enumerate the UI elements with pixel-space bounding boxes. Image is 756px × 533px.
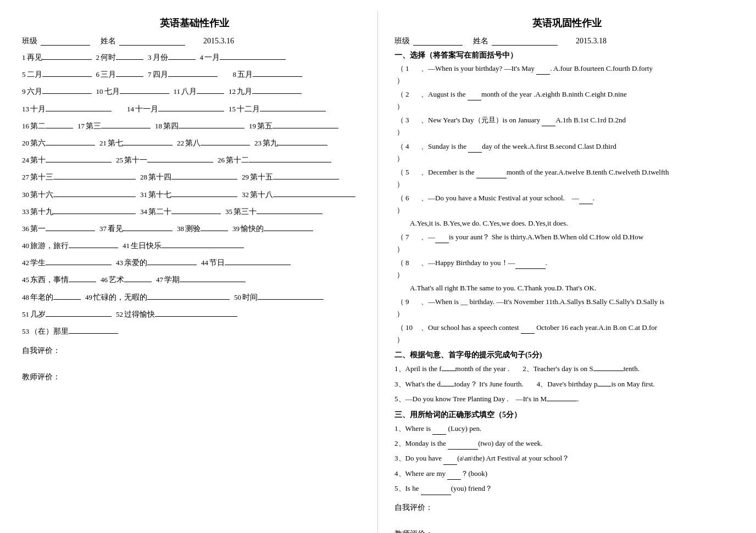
question-4: （ ） 4 、Sunday is the day of the week.A.f…: [394, 141, 740, 165]
vocab-row-3: 9 六月 10 七月 11 八月 12 九月: [22, 85, 366, 98]
fill-row-3: 5、—Do you know Tree Planting Day . —It's…: [394, 392, 740, 405]
right-class-label: 班级: [394, 36, 410, 46]
vocab-item: 39 愉快的: [232, 222, 313, 235]
vocab-row-13: 42 学生 43 亲爱的 44 节日: [22, 256, 366, 270]
vocab-item: 2 何时: [96, 51, 144, 64]
vocab-item: 6 三月: [96, 68, 144, 81]
vocab-item: 19 第五: [249, 119, 338, 133]
grammar-section: 1、Where is (Lucy) pen. 2、Monday is the (…: [394, 422, 740, 495]
vocab-item: 18 第四: [155, 119, 244, 133]
vocab-item: 30 第十六: [22, 188, 136, 201]
vocab-row-14: 45 东西，事情 46 艺术 47 学期: [22, 273, 366, 287]
vocab-row-6: 20 第六 21 第七 22 第八 23 第九: [22, 136, 366, 150]
vocab-item: 25 第十一: [116, 153, 213, 167]
vocab-item: 1 再见: [22, 51, 92, 64]
vocab-item: 49 忙碌的，无暇的: [85, 290, 230, 304]
vocab-row-17: 53 （在）那里: [22, 324, 366, 338]
grammar-3: 3、Do you have (a\an\the) Art Festival at…: [394, 452, 740, 464]
left-teacher-eval: 教师评价：: [22, 372, 366, 382]
grammar-4: 4、Where are my ？(book): [394, 467, 740, 480]
vocab-row-4: 13 十月 14 十一月 15 十二月: [22, 102, 366, 116]
class-label: 班级: [22, 36, 37, 46]
vocab-item: 3 月份: [148, 51, 196, 64]
name-field[interactable]: [119, 37, 185, 46]
vocab-item: 4 一月: [200, 51, 286, 64]
vocab-item: 37 看见: [99, 222, 173, 235]
fill-row-2: 3、What's the d today？ It's June fourth. …: [394, 378, 740, 390]
vocab-item: 5 二月: [22, 68, 92, 81]
vocab-item: 41 生日快乐: [123, 239, 244, 253]
vocab-item: 36 第一: [22, 222, 95, 235]
section1-title: 一、选择（将答案写在前面括号中）: [394, 51, 740, 60]
right-name-label: 姓名: [473, 36, 488, 46]
vocab-item: 8 五月: [233, 68, 303, 81]
vocab-item: 22 第八: [177, 136, 250, 150]
vocab-row-10: 33 第十九 34 第二十 35 第三十: [22, 205, 366, 218]
vocab-row-9: 30 第十六 31 第十七 32 第十八: [22, 188, 366, 201]
right-teacher-eval: 教师评价：: [394, 529, 740, 533]
right-header: 班级 姓名 2015.3.18: [394, 36, 740, 46]
vocab-item: 31 第十七: [140, 188, 237, 201]
vocab-item: 23 第九: [254, 136, 327, 150]
left-date: 2015.3.16: [203, 37, 234, 46]
name-label: 姓名: [101, 36, 116, 46]
fill-section: 1、April is the f month of the year . 2、T…: [394, 362, 740, 405]
answer-8: A.That's all right B.The same to you. C.…: [410, 283, 740, 294]
vocab-row-16: 51 几岁 52 过得愉快: [22, 307, 366, 321]
right-class-field[interactable]: [413, 37, 463, 46]
right-self-eval: 自我评价：: [394, 503, 740, 513]
section3-title: 三、用所给词的正确形式填空（5分）: [394, 410, 740, 420]
vocab-item: 53 （在）那里: [22, 324, 118, 338]
vocab-item: 21 第七: [99, 136, 173, 150]
question-7: （ ） 7 、—is your aunt？ She is thirty.A.Wh…: [394, 231, 740, 255]
vocab-item: 9 六月: [22, 85, 92, 98]
vocab-item: 12 九月: [229, 85, 302, 98]
vocab-row-2: 5 二月 6 三月 7 四月 8 五月: [22, 68, 366, 81]
right-date: 2015.3.18: [576, 37, 607, 46]
vocab-item: 42 学生: [22, 256, 112, 270]
vocab-item: 28 第十四: [140, 170, 237, 184]
vocab-item: 48 年老的: [22, 290, 81, 304]
left-panel: 英语基础性作业 班级 姓名 2015.3.16 1 再见 2 何时: [5, 11, 378, 533]
vocab-row-5: 16 第二 17 第三 18 第四 19 第五: [22, 119, 366, 133]
vocab-item: 24 第十: [22, 153, 112, 167]
vocab-item: 16 第二: [22, 119, 73, 133]
vocab-item: 32 第十八: [242, 188, 355, 201]
vocab-item: 26 第十二: [218, 153, 331, 167]
vocab-row-7: 24 第十 25 第十一 26 第十二: [22, 153, 366, 167]
vocab-item: 27 第十三: [22, 170, 136, 184]
question-8: （ ） 8 、—Happy Birthday to you！—.: [394, 257, 740, 281]
question-6: （ ） 6 、—Do you have a Music Festival at …: [394, 192, 740, 216]
grammar-2: 2、Monday is the (two) day of the week.: [394, 437, 740, 450]
vocab-item: 47 学期: [156, 273, 246, 287]
vocab-item: 13 十月: [22, 102, 112, 116]
vocab-item: 50 时间: [234, 290, 324, 304]
vocab-item: 51 几岁: [22, 307, 112, 321]
grammar-5: 5、Is he (you) friend？: [394, 482, 740, 495]
right-panel: 英语巩固性作业 班级 姓名 2015.3.18 一、选择（将答案写在前面括号中）…: [378, 11, 751, 533]
grammar-1: 1、Where is (Lucy) pen.: [394, 422, 740, 435]
section2-title: 二、根据句意、首字母的提示完成句子(5分): [394, 350, 740, 360]
vocab-item: 38 测验: [177, 222, 228, 235]
vocab-item: 45 东西，事情: [22, 273, 96, 287]
answer-6: A.Yes,it is. B.Yes,we do. C.Yes,we does.…: [410, 218, 740, 229]
question-3: （ ） 3 、New Year's Day（元旦）is on January A…: [394, 114, 740, 138]
vocab-item: 40 旅游，旅行: [22, 239, 118, 253]
vocab-item: 35 第三十: [225, 205, 323, 218]
vocab-grid: 1 再见 2 何时 3 月份 4 一月: [22, 51, 366, 338]
class-field[interactable]: [41, 37, 90, 46]
vocab-row-8: 27 第十三 28 第十四 29 第十五: [22, 170, 366, 184]
vocab-item: 52 过得愉快: [116, 307, 237, 321]
vocab-item: 7 四月: [148, 68, 218, 81]
vocab-row-12: 40 旅游，旅行 41 生日快乐: [22, 239, 366, 253]
vocab-item: 11 八月: [174, 85, 225, 98]
vocab-row-15: 48 年老的 49 忙碌的，无暇的 50 时间: [22, 290, 366, 304]
right-name-field[interactable]: [492, 37, 558, 46]
vocab-item: 20 第六: [22, 136, 95, 150]
left-header: 班级 姓名 2015.3.16: [22, 36, 366, 46]
vocab-item: 10 七月: [96, 85, 169, 98]
vocab-row-1: 1 再见 2 何时 3 月份 4 一月: [22, 51, 366, 64]
fill-row-1: 1、April is the f month of the year . 2、T…: [394, 362, 740, 375]
vocab-item: 17 第三: [77, 119, 151, 133]
vocab-item: 14 十一月: [127, 102, 224, 116]
